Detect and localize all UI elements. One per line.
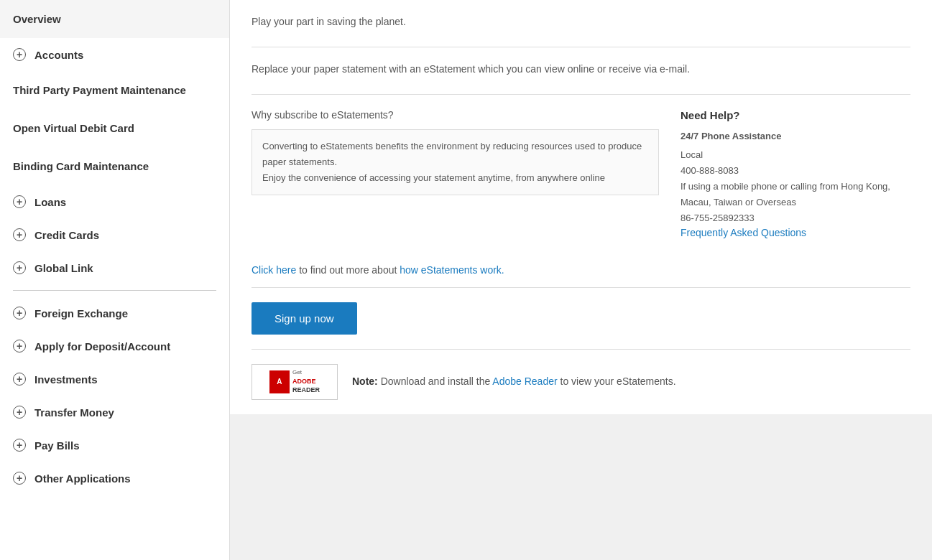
sidebar-item-open-virtual[interactable]: Open Virtual Debit Card bbox=[0, 109, 229, 147]
adobe-get-text: Get bbox=[292, 368, 320, 376]
sidebar-item-foreign-exchange[interactable]: + Foreign Exchange bbox=[0, 297, 229, 330]
sidebar-item-pay-bills-label: Pay Bills bbox=[34, 439, 80, 452]
estatements-work-link[interactable]: how eStatements work. bbox=[400, 264, 504, 276]
content-area: Play your part in saving the planet. Rep… bbox=[230, 0, 932, 414]
plus-icon-apply-deposit: + bbox=[13, 340, 26, 353]
plus-icon-foreign-exchange: + bbox=[13, 307, 26, 319]
plus-icon-global-link: + bbox=[13, 261, 26, 274]
note-section: A Get ADOBE READER Note: Download and in… bbox=[252, 350, 910, 414]
sidebar-item-binding-card[interactable]: Binding Card Maintenance bbox=[0, 147, 229, 185]
note-label: Note: bbox=[352, 375, 378, 387]
plus-icon-accounts: + bbox=[13, 48, 26, 61]
phone-label: 24/7 Phone Assistance bbox=[680, 129, 910, 144]
main-columns: Why subscribe to eStatements? Converting… bbox=[252, 95, 910, 253]
sidebar: Overview + Accounts Third Party Payment … bbox=[0, 0, 230, 560]
intl-number: 86-755-25892333 bbox=[680, 210, 910, 226]
adobe-text-block: Get ADOBE READER bbox=[292, 368, 320, 394]
sidebar-item-transfer-money[interactable]: + Transfer Money bbox=[0, 396, 229, 429]
sidebar-item-loans[interactable]: + Loans bbox=[0, 185, 229, 218]
plus-icon-other-apps: + bbox=[13, 472, 26, 485]
adobe-reader-link[interactable]: Adobe Reader bbox=[492, 375, 557, 387]
local-label: Local bbox=[680, 147, 910, 163]
signup-button[interactable]: Sign up now bbox=[252, 302, 357, 335]
why-title: Why subscribe to eStatements? bbox=[252, 109, 659, 121]
sidebar-divider bbox=[13, 290, 216, 291]
signup-section: Sign up now bbox=[252, 288, 910, 350]
sidebar-item-third-party-label: Third Party Payment Maintenance bbox=[13, 84, 186, 96]
need-help-box: Need Help? 24/7 Phone Assistance Local 4… bbox=[680, 109, 910, 238]
sidebar-item-foreign-exchange-label: Foreign Exchange bbox=[34, 307, 128, 319]
note-text: Note: Download and install the Adobe Rea… bbox=[352, 373, 676, 391]
sidebar-item-investments-label: Investments bbox=[34, 373, 98, 386]
sidebar-item-other-apps[interactable]: + Other Applications bbox=[0, 462, 229, 495]
main-right: Need Help? 24/7 Phone Assistance Local 4… bbox=[680, 109, 910, 238]
plus-icon-pay-bills: + bbox=[13, 439, 26, 452]
sidebar-item-global-link-label: Global Link bbox=[34, 262, 93, 274]
adobe-brand-text: ADOBE bbox=[292, 377, 320, 386]
why-text-1: Converting to eStatements benefits the e… bbox=[262, 139, 648, 170]
sidebar-item-third-party[interactable]: Third Party Payment Maintenance bbox=[0, 71, 229, 109]
sidebar-item-overview[interactable]: Overview bbox=[0, 0, 229, 38]
click-here-section: Click here to find out more about how eS… bbox=[252, 253, 910, 288]
sidebar-item-investments[interactable]: + Investments bbox=[0, 363, 229, 396]
why-text-2: Enjoy the convenience of accessing your … bbox=[262, 170, 648, 186]
click-middle-text: to find out more about bbox=[296, 264, 400, 276]
sidebar-item-binding-card-label: Binding Card Maintenance bbox=[13, 160, 149, 172]
intl-note: If using a mobile phone or calling from … bbox=[680, 179, 910, 210]
adobe-icon: A bbox=[269, 370, 290, 393]
intro-section-1: Play your part in saving the planet. bbox=[252, 0, 910, 47]
sidebar-item-open-virtual-label: Open Virtual Debit Card bbox=[13, 122, 134, 134]
sidebar-item-overview-label: Overview bbox=[13, 13, 61, 25]
main-content: Play your part in saving the planet. Rep… bbox=[230, 0, 932, 560]
sidebar-item-accounts-label: Accounts bbox=[34, 49, 83, 61]
phone-number: 400-888-8083 bbox=[680, 163, 910, 179]
intro-text-1: Play your part in saving the planet. bbox=[252, 14, 910, 29]
sidebar-item-other-apps-label: Other Applications bbox=[34, 472, 131, 485]
main-left: Why subscribe to eStatements? Converting… bbox=[252, 109, 659, 238]
adobe-badge: A Get ADOBE READER bbox=[252, 364, 338, 400]
need-help-title: Need Help? bbox=[680, 109, 910, 121]
plus-icon-investments: + bbox=[13, 373, 26, 386]
note-after-link: to view your eStatements. bbox=[558, 375, 676, 387]
faq-link[interactable]: Frequently Asked Questions bbox=[680, 227, 806, 238]
plus-icon-loans: + bbox=[13, 195, 26, 208]
adobe-inner: A Get ADOBE READER bbox=[269, 368, 320, 394]
sidebar-item-loans-label: Loans bbox=[34, 196, 66, 208]
sidebar-item-apply-deposit[interactable]: + Apply for Deposit/Account bbox=[0, 330, 229, 363]
sidebar-item-global-link[interactable]: + Global Link bbox=[0, 251, 229, 284]
sidebar-item-accounts[interactable]: + Accounts bbox=[0, 38, 229, 71]
intro-section-2: Replace your paper statement with an eSt… bbox=[252, 47, 910, 95]
sidebar-item-credit-cards[interactable]: + Credit Cards bbox=[0, 218, 229, 251]
plus-icon-transfer-money: + bbox=[13, 406, 26, 419]
sidebar-item-apply-deposit-label: Apply for Deposit/Account bbox=[34, 340, 170, 353]
intro-text-2: Replace your paper statement with an eSt… bbox=[252, 62, 910, 77]
sidebar-item-transfer-money-label: Transfer Money bbox=[34, 406, 114, 419]
plus-icon-credit-cards: + bbox=[13, 228, 26, 241]
adobe-reader-text: READER bbox=[292, 386, 320, 395]
note-before-link: Download and install the bbox=[381, 375, 493, 387]
sidebar-item-pay-bills[interactable]: + Pay Bills bbox=[0, 429, 229, 462]
click-here-link[interactable]: Click here bbox=[252, 264, 296, 276]
why-box: Converting to eStatements benefits the e… bbox=[252, 129, 659, 195]
sidebar-item-credit-cards-label: Credit Cards bbox=[34, 229, 99, 241]
